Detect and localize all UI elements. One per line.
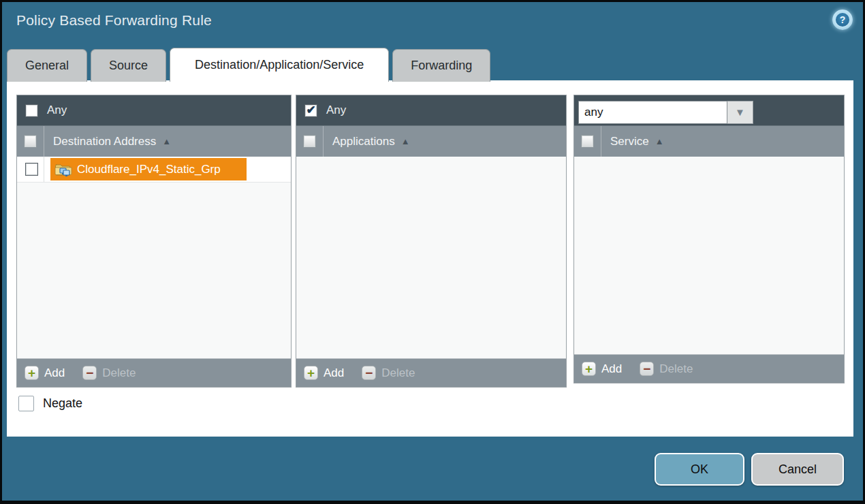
table-row: Cloudflare_IPv4_Static_Grp <box>17 157 291 183</box>
destination-list: Cloudflare_IPv4_Static_Grp <box>17 157 291 358</box>
applications-add-button[interactable]: + Add <box>304 366 344 380</box>
applications-list <box>296 157 566 358</box>
service-delete-button[interactable]: − Delete <box>640 362 693 376</box>
service-mode-dropdown: any ▼ <box>578 101 753 124</box>
service-actions: + Add − Delete <box>574 354 844 383</box>
address-group-icon <box>54 161 72 178</box>
service-column-header[interactable]: Service ▲ <box>610 126 664 157</box>
negate-checkbox[interactable] <box>18 396 34 411</box>
sort-ascending-icon: ▲ <box>655 136 664 146</box>
tab-forwarding[interactable]: Forwarding <box>392 49 490 82</box>
sort-ascending-icon: ▲ <box>162 136 171 146</box>
destination-select-all-checkbox[interactable] <box>24 135 37 148</box>
address-group-name: Cloudflare_IPv4_Static_Grp <box>77 163 221 176</box>
service-mode-value[interactable]: any <box>578 101 727 124</box>
service-dropdown-row: any ▼ <box>574 95 844 125</box>
destination-any-label: Any <box>47 104 67 117</box>
delete-icon: − <box>82 366 97 380</box>
add-icon: + <box>304 366 318 380</box>
applications-column: ✔ Any Applications ▲ + Add <box>296 95 567 388</box>
dialog-title: Policy Based Forwarding Rule <box>16 12 212 29</box>
service-select-all-checkbox[interactable] <box>581 135 594 148</box>
destination-address-entry[interactable]: Cloudflare_IPv4_Static_Grp <box>50 158 247 180</box>
service-list <box>574 157 844 354</box>
ok-button[interactable]: OK <box>655 453 744 486</box>
sort-ascending-icon: ▲ <box>401 136 410 146</box>
applications-select-all-checkbox[interactable] <box>303 135 316 148</box>
service-column: any ▼ Service ▲ + Add <box>573 95 845 383</box>
chevron-down-icon: ▼ <box>735 107 745 117</box>
negate-label: Negate <box>43 396 82 411</box>
destination-any-row: Any <box>17 95 291 125</box>
destination-any-checkbox[interactable] <box>25 104 38 117</box>
applications-any-row: ✔ Any <box>296 95 566 125</box>
applications-delete-button[interactable]: − Delete <box>362 366 415 380</box>
applications-column-header[interactable]: Applications ▲ <box>332 126 410 157</box>
destination-row-checkbox[interactable] <box>25 163 38 176</box>
checkmark-icon: ✔ <box>306 104 315 116</box>
tab-bar: General Source Destination/Application/S… <box>7 48 490 82</box>
destination-actions: + Add − Delete <box>17 358 291 387</box>
tab-content-panel: Any Destination Address ▲ <box>7 80 853 437</box>
destination-header-row: Destination Address ▲ <box>17 125 291 157</box>
add-icon: + <box>25 366 39 380</box>
tab-source[interactable]: Source <box>91 49 166 82</box>
destination-column-header[interactable]: Destination Address ▲ <box>53 126 171 157</box>
service-header-row: Service ▲ <box>574 125 844 157</box>
help-icon[interactable]: ? <box>832 10 853 30</box>
service-add-button[interactable]: + Add <box>582 362 622 376</box>
destination-address-column: Any Destination Address ▲ <box>16 95 292 388</box>
destination-add-button[interactable]: + Add <box>25 366 65 380</box>
destination-delete-button[interactable]: − Delete <box>82 366 136 380</box>
help-question-glyph: ? <box>836 13 849 27</box>
tab-destination-application-service[interactable]: Destination/Application/Service <box>170 48 389 82</box>
service-mode-dropdown-button[interactable]: ▼ <box>727 101 753 124</box>
applications-any-checkbox[interactable]: ✔ <box>304 104 317 117</box>
pbf-rule-dialog: Policy Based Forwarding Rule ? General S… <box>0 0 865 504</box>
delete-icon: − <box>362 366 376 380</box>
tab-general[interactable]: General <box>7 49 87 82</box>
delete-icon: − <box>640 362 654 376</box>
applications-actions: + Add − Delete <box>296 358 566 387</box>
add-icon: + <box>582 362 596 376</box>
applications-header-row: Applications ▲ <box>296 125 566 157</box>
negate-option: Negate <box>18 396 82 411</box>
cancel-button[interactable]: Cancel <box>751 453 844 486</box>
applications-any-label: Any <box>326 104 346 117</box>
